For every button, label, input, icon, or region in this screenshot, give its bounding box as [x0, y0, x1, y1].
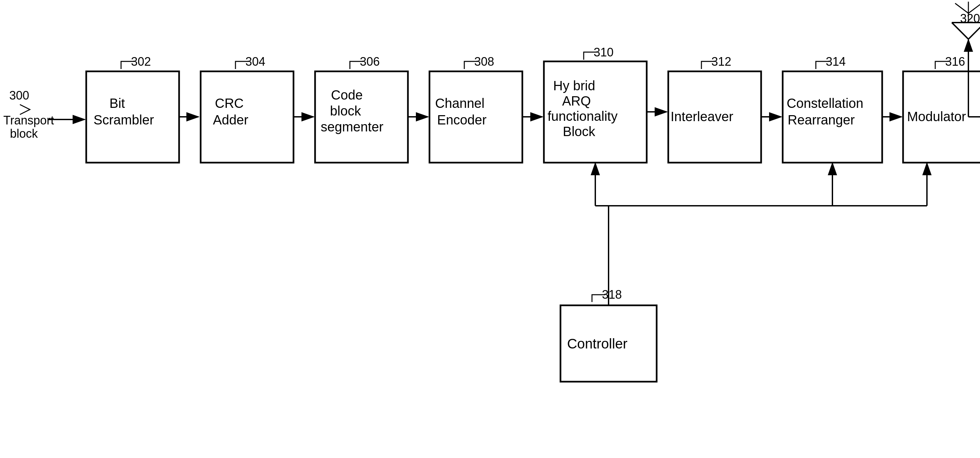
transport-block-text2: block: [10, 127, 38, 140]
hybrid-arq-text2: ARQ: [562, 94, 591, 108]
hybrid-arq-text3: functionality: [547, 109, 617, 123]
channel-encoder-text2: Encoder: [437, 113, 487, 127]
controller-text: Controller: [567, 336, 627, 351]
bit-scrambler-text2: Scrambler: [94, 113, 154, 127]
hybrid-arq-text4: Block: [563, 124, 596, 139]
code-block-text3: segmenter: [321, 120, 383, 134]
main-diagram: 300 Transport block 302 Bit Scrambler 30…: [0, 0, 980, 458]
bit-scrambler-text1: Bit: [110, 96, 125, 110]
channel-encoder-text1: Channel: [435, 96, 485, 110]
code-block-box: [315, 71, 408, 163]
hybrid-arq-text1: Hy brid: [553, 78, 595, 93]
constellation-text1: Constellation: [787, 96, 863, 110]
crc-adder-text1: CRC: [215, 96, 244, 110]
constellation-text2: Rearranger: [788, 113, 854, 127]
interleaver-text: Interleaver: [671, 109, 733, 124]
modulator-text: Modulator: [907, 109, 966, 124]
code-block-text2: block: [330, 104, 361, 118]
code-block-text1: Code: [331, 88, 363, 102]
transport-block-text1: Transport: [3, 113, 54, 127]
crc-adder-text2: Adder: [213, 113, 248, 127]
ref-300-text: 300: [9, 89, 29, 102]
